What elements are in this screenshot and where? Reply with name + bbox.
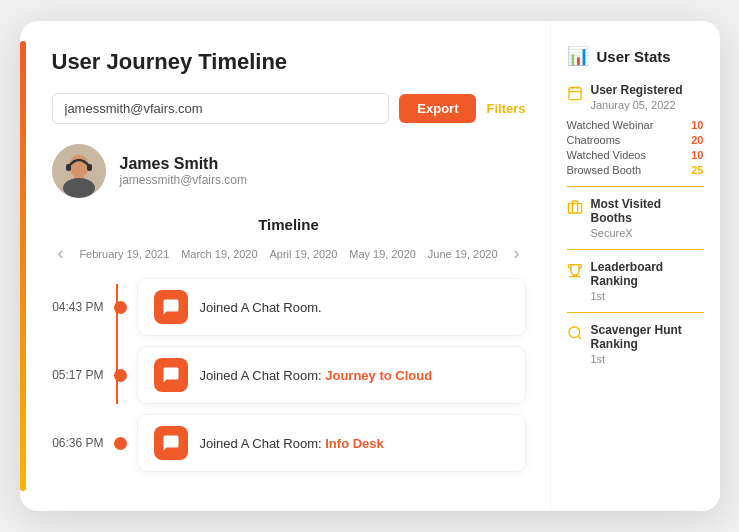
event-time-1: 04:43 PM <box>52 300 104 314</box>
metric-row: Watched Webinar 10 <box>567 119 704 131</box>
stats-chart-icon: 📊 <box>567 45 589 67</box>
svg-line-12 <box>578 336 581 339</box>
event-row: 06:36 PM Joined A Chat Room: Info Desk <box>52 414 526 472</box>
leaderboard-section: Leaderboard Ranking 1st <box>567 260 704 313</box>
metric-row: Chatrooms 20 <box>567 134 704 146</box>
most-visited-content: Most Visited Booths SecureX <box>591 197 704 239</box>
scavenger-label: Scavenger Hunt Ranking <box>591 323 704 351</box>
chat-icon-3 <box>154 426 188 460</box>
registered-content: User Registered Januray 05, 2022 <box>591 83 683 111</box>
export-button[interactable]: Export <box>399 94 476 123</box>
leaderboard-content: Leaderboard Ranking 1st <box>591 260 704 302</box>
stats-metrics: Watched Webinar 10 Chatrooms 20 Watched … <box>567 119 704 176</box>
event-time-2: 05:17 PM <box>52 368 104 382</box>
event-row: 05:17 PM Joined A Chat Room: Journey to … <box>52 346 526 404</box>
svg-rect-5 <box>87 164 92 171</box>
svg-rect-10 <box>568 204 581 213</box>
metric-label: Watched Videos <box>567 149 647 161</box>
filters-button[interactable]: Filters <box>486 101 525 116</box>
timeline-dot-2 <box>114 369 127 382</box>
metric-label: Watched Webinar <box>567 119 654 131</box>
chat-icon-1 <box>154 290 188 324</box>
main-panel: User Journey Timeline Export Filters <box>20 21 550 511</box>
event-text-3: Joined A Chat Room: Info Desk <box>200 436 384 451</box>
metric-val: 20 <box>691 134 703 146</box>
avatar <box>52 144 106 198</box>
scavenger-section: Scavenger Hunt Ranking 1st <box>567 323 704 375</box>
stats-title: User Stats <box>597 48 671 65</box>
calendar-icon <box>567 85 583 105</box>
events-list: 04:43 PM Joined A Chat Room. 05:17 PM <box>52 278 526 472</box>
date-1: February 19, 2021 <box>79 248 169 260</box>
search-icon <box>567 325 583 345</box>
chat-icon-2 <box>154 358 188 392</box>
metric-row: Watched Videos 10 <box>567 149 704 161</box>
event-row: 04:43 PM Joined A Chat Room. <box>52 278 526 336</box>
leaderboard-value: 1st <box>591 290 704 302</box>
timeline-dates-row: ‹ February 19, 2021 March 19, 2020 April… <box>52 243 526 264</box>
most-visited-section: Most Visited Booths SecureX <box>567 197 704 250</box>
most-visited-value: SecureX <box>591 227 704 239</box>
event-card-3: Joined A Chat Room: Info Desk <box>137 414 526 472</box>
user-registered-section: User Registered Januray 05, 2022 Watched… <box>567 83 704 187</box>
main-card: User Journey Timeline Export Filters <box>20 21 720 511</box>
most-visited-label: Most Visited Booths <box>591 197 704 225</box>
search-input[interactable] <box>52 93 390 124</box>
registered-date: Januray 05, 2022 <box>591 99 683 111</box>
timeline-dot-1 <box>114 301 127 314</box>
scavenger-value: 1st <box>591 353 704 365</box>
user-info-row: James Smith jamessmith@vfairs.com <box>52 144 526 198</box>
next-arrow[interactable]: › <box>509 243 523 264</box>
registered-label: User Registered <box>591 83 683 97</box>
metric-label: Browsed Booth <box>567 164 642 176</box>
date-2: March 19, 2020 <box>181 248 257 260</box>
metric-val: 25 <box>691 164 703 176</box>
prev-arrow[interactable]: ‹ <box>54 243 68 264</box>
leaderboard-label: Leaderboard Ranking <box>591 260 704 288</box>
timeline-dot-3 <box>114 437 127 450</box>
date-5: June 19, 2020 <box>428 248 498 260</box>
metric-val: 10 <box>691 149 703 161</box>
user-details: James Smith jamessmith@vfairs.com <box>120 155 248 187</box>
event-text-2: Joined A Chat Room: Journey to Cloud <box>200 368 433 383</box>
stats-title-row: 📊 User Stats <box>567 45 704 67</box>
event-time-3: 06:36 PM <box>52 436 104 450</box>
search-bar-row: Export Filters <box>52 93 526 124</box>
booth-icon <box>567 199 583 219</box>
svg-rect-4 <box>66 164 71 171</box>
event-card-1: Joined A Chat Room. <box>137 278 526 336</box>
stats-panel: 📊 User Stats User Registered Januray 05,… <box>550 21 720 511</box>
date-3: April 19, 2020 <box>270 248 338 260</box>
timeline-label: Timeline <box>52 216 526 233</box>
metric-row: Browsed Booth 25 <box>567 164 704 176</box>
user-name: James Smith <box>120 155 248 173</box>
event-link-3: Info Desk <box>325 436 384 451</box>
svg-rect-6 <box>569 88 581 100</box>
trophy-icon <box>567 262 583 282</box>
metric-val: 10 <box>691 119 703 131</box>
metric-label: Chatrooms <box>567 134 621 146</box>
date-4: May 19, 2020 <box>349 248 416 260</box>
event-card-2: Joined A Chat Room: Journey to Cloud <box>137 346 526 404</box>
event-link-2: Journey to Cloud <box>325 368 432 383</box>
user-email: jamessmith@vfairs.com <box>120 173 248 187</box>
svg-point-1 <box>69 155 89 177</box>
svg-point-11 <box>569 327 580 338</box>
scavenger-content: Scavenger Hunt Ranking 1st <box>591 323 704 365</box>
svg-point-3 <box>63 178 95 198</box>
event-text-1: Joined A Chat Room. <box>200 300 322 315</box>
page-title: User Journey Timeline <box>52 49 526 75</box>
